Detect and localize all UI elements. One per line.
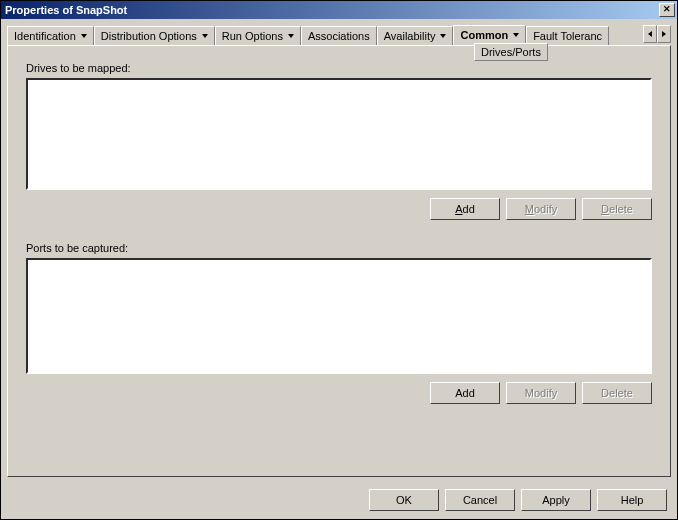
chevron-down-icon (81, 34, 87, 38)
tab-scroll-right[interactable] (657, 25, 671, 43)
ports-delete-button: Delete (582, 382, 652, 404)
drives-label: Drives to be mapped: (26, 62, 652, 74)
tab-run-options[interactable]: Run Options (215, 26, 301, 45)
tab-common[interactable]: Common (453, 25, 526, 45)
tab-strip: Identification Distribution Options Run … (7, 25, 641, 45)
help-button[interactable]: Help (597, 489, 667, 511)
titlebar: Properties of SnapShot ✕ (1, 1, 677, 19)
tab-label: Associations (308, 30, 370, 42)
drives-delete-button: Delete (582, 198, 652, 220)
subtab-drives-ports[interactable]: Drives/Ports (474, 43, 548, 61)
chevron-down-icon (202, 34, 208, 38)
close-button[interactable]: ✕ (659, 3, 675, 17)
drives-modify-button: Modify (506, 198, 576, 220)
ports-button-row: Add Modify Delete (26, 382, 652, 404)
tab-label: Run Options (222, 30, 283, 42)
tab-distribution-options[interactable]: Distribution Options (94, 26, 215, 45)
tab-availability[interactable]: Availability (377, 26, 454, 45)
apply-button[interactable]: Apply (521, 489, 591, 511)
ports-listbox[interactable] (26, 258, 652, 374)
drives-button-row: Add Modify Delete (26, 198, 652, 220)
tab-label: Common (460, 29, 508, 41)
tab-scroll-left[interactable] (643, 25, 657, 43)
ports-modify-button: Modify (506, 382, 576, 404)
drives-listbox[interactable] (26, 78, 652, 190)
content-area: Identification Distribution Options Run … (1, 19, 677, 483)
dialog-footer: OK Cancel Apply Help (1, 483, 677, 519)
tab-label: Availability (384, 30, 436, 42)
drives-add-button[interactable]: Add (430, 198, 500, 220)
tab-identification[interactable]: Identification (7, 26, 94, 45)
subtab-label: Drives/Ports (481, 46, 541, 58)
tab-panel: Drives to be mapped: Add Modify Delete P… (7, 45, 671, 477)
tab-associations[interactable]: Associations (301, 26, 377, 45)
properties-window: Properties of SnapShot ✕ Identification … (0, 0, 678, 520)
cancel-button[interactable]: Cancel (445, 489, 515, 511)
chevron-down-icon (288, 34, 294, 38)
ports-add-button[interactable]: Add (430, 382, 500, 404)
ports-label: Ports to be captured: (26, 242, 652, 254)
tab-label: Fault Toleranc (533, 30, 602, 42)
tab-label: Identification (14, 30, 76, 42)
window-title: Properties of SnapShot (3, 4, 657, 16)
chevron-down-icon (513, 33, 519, 37)
chevron-down-icon (440, 34, 446, 38)
tab-scroll-controls (643, 25, 671, 43)
tab-label: Distribution Options (101, 30, 197, 42)
ok-button[interactable]: OK (369, 489, 439, 511)
